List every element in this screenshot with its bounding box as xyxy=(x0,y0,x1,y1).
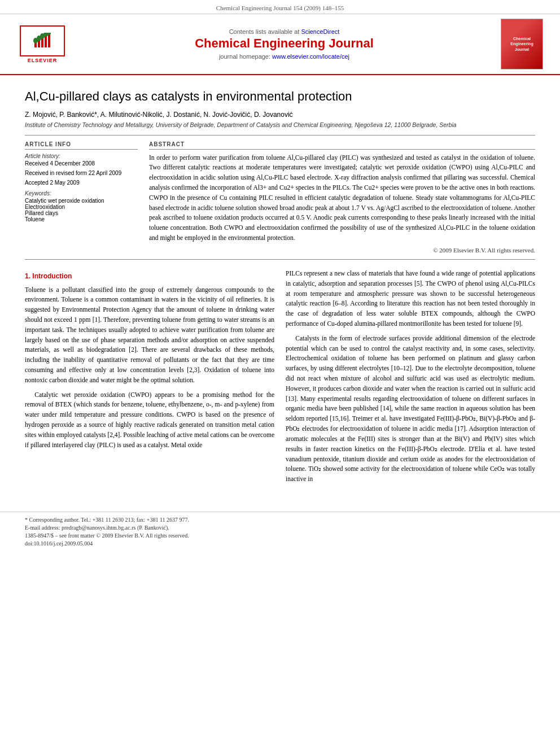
article-info-title: ARTICLE INFO xyxy=(25,141,138,150)
contents-text: Contents lists available at xyxy=(229,28,300,35)
affiliation: Institute of Chemistry Technology and Me… xyxy=(25,121,535,128)
copyright-line: © 2009 Elsevier B.V. All rights reserved… xyxy=(149,247,535,254)
journal-name: Chemical Engineering Journal xyxy=(68,36,501,51)
abstract-title: ABSTRACT xyxy=(149,141,535,150)
keywords-label: Keywords: xyxy=(25,190,138,196)
keyword-3: Pillared clays xyxy=(25,210,138,216)
accepted-date: Accepted 2 May 2009 xyxy=(25,180,138,186)
svg-rect-3 xyxy=(45,36,47,47)
corresponding-note: * Corresponding author. Tel.: +381 11 26… xyxy=(25,517,535,523)
history-label: Article history: xyxy=(25,153,138,159)
homepage-label: journal homepage: xyxy=(219,53,270,60)
body-para-4: Catalysts in the form of electrode surfa… xyxy=(286,334,535,484)
keyword-2: Electrooxidation xyxy=(25,204,138,210)
citation-text: Chemical Engineering Journal 154 (2009) … xyxy=(216,5,344,11)
main-content: Al,Cu-pillared clays as catalysts in env… xyxy=(0,75,560,500)
cover-title-text: Chemical Engineering Journal xyxy=(504,36,540,51)
body-para-2: Catalytic wet peroxide oxidation (CWPO) … xyxy=(25,390,274,451)
elsevier-logo: ELSEVIER xyxy=(17,25,68,63)
issn-note: 1385-8947/$ – see front matter © 2009 El… xyxy=(25,532,535,539)
abstract-section: ABSTRACT In order to perform water purif… xyxy=(149,141,535,254)
keyword-1: Catalytic wet peroxide oxidation xyxy=(25,198,138,204)
article-title: Al,Cu-pillared clays as catalysts in env… xyxy=(25,89,535,105)
article-meta-section: ARTICLE INFO Article history: Received 4… xyxy=(25,135,535,260)
email-note: E-mail address: predragb@nanosys.ihtm.bg… xyxy=(25,525,535,531)
elsevier-tree-icon xyxy=(32,33,53,49)
authors: Z. Mojović, P. Banković*, A. Milutinović… xyxy=(25,111,535,119)
body-columns: 1. Introduction Toluene is a pollutant c… xyxy=(25,269,535,489)
svg-rect-4 xyxy=(48,34,50,47)
svg-rect-2 xyxy=(41,38,43,47)
doi-note: doi:10.1016/j.cej.2009.05.004 xyxy=(25,540,535,547)
abstract-text: In order to perform water purification f… xyxy=(149,153,535,243)
body-para-1: Toluene is a pollutant classified into t… xyxy=(25,285,274,386)
elsevier-logo-box xyxy=(20,25,65,56)
journal-homepage: journal homepage: www.elsevier.com/locat… xyxy=(68,53,501,60)
body-para-3: PILCs represent a new class of materials… xyxy=(286,269,535,329)
keyword-4: Toluene xyxy=(25,216,138,222)
sciencedirect-link[interactable]: ScienceDirect xyxy=(301,28,339,35)
journal-header: ELSEVIER Contents lists available at Sci… xyxy=(0,14,560,75)
citation-bar: Chemical Engineering Journal 154 (2009) … xyxy=(0,0,560,14)
received-date: Received 4 December 2008 xyxy=(25,160,138,167)
footer: * Corresponding author. Tel.: +381 11 26… xyxy=(0,512,560,553)
journal-title-section: Contents lists available at ScienceDirec… xyxy=(68,28,501,60)
section1-title: 1. Introduction xyxy=(25,271,274,282)
article-info: ARTICLE INFO Article history: Received 4… xyxy=(25,141,138,254)
contents-line: Contents lists available at ScienceDirec… xyxy=(68,28,501,35)
svg-rect-0 xyxy=(34,43,37,47)
revised-date: Received in revised form 22 April 2009 xyxy=(25,170,138,176)
journal-cover: Chemical Engineering Journal xyxy=(501,19,543,69)
page-container: Chemical Engineering Journal 154 (2009) … xyxy=(0,0,560,747)
body-col-right: PILCs represent a new class of materials… xyxy=(286,269,535,489)
svg-rect-1 xyxy=(38,41,40,47)
homepage-url[interactable]: www.elsevier.com/locate/cej xyxy=(272,53,349,60)
body-col-left: 1. Introduction Toluene is a pollutant c… xyxy=(25,269,274,489)
elsevier-label: ELSEVIER xyxy=(28,58,58,63)
